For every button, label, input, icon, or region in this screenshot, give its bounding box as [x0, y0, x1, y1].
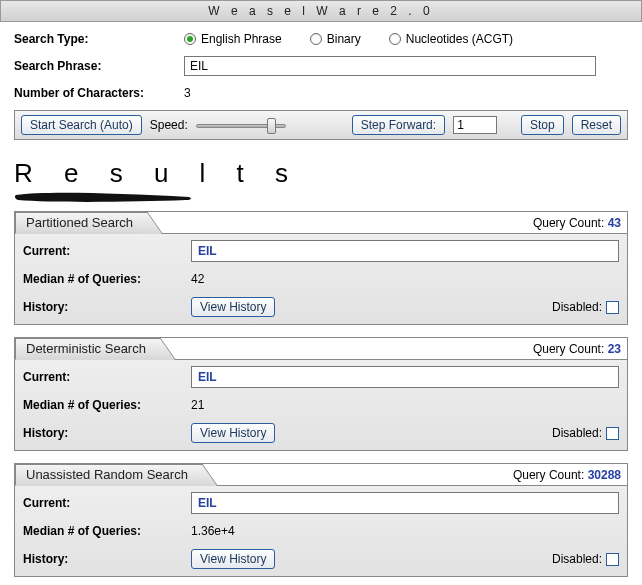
row-history: History:View HistoryDisabled: [23, 296, 619, 318]
row-current: Current:EIL [23, 492, 619, 514]
panels-container: Partitioned SearchQuery Count: 43Current… [14, 211, 628, 577]
radio-label: English Phrase [201, 32, 282, 46]
disabled-checkbox[interactable] [606, 553, 619, 566]
current-value: EIL [191, 366, 619, 388]
search-toolbar: Start Search (Auto) Speed: Step Forward:… [14, 110, 628, 140]
results-header: R e s u l t s [14, 158, 628, 203]
radio-icon [389, 33, 401, 45]
query-count: Query Count: 30288 [513, 468, 621, 482]
label-search-phrase: Search Phrase: [14, 59, 184, 73]
results-title: R e s u l t s [14, 158, 628, 189]
radio-english-phrase[interactable]: English Phrase [184, 32, 282, 46]
stop-button[interactable]: Stop [521, 115, 564, 135]
reset-button[interactable]: Reset [572, 115, 621, 135]
row-current: Current:EIL [23, 366, 619, 388]
disabled-checkbox[interactable] [606, 427, 619, 440]
current-value: EIL [191, 240, 619, 262]
row-history: History:View HistoryDisabled: [23, 422, 619, 444]
title-bar: W e a s e l W a r e 2 . 0 [0, 0, 642, 22]
step-forward-button[interactable]: Step Forward: [352, 115, 445, 135]
label-disabled: Disabled: [552, 426, 602, 440]
query-count: Query Count: 43 [533, 216, 621, 230]
panel-body: Current:EILMedian # of Queries:21History… [15, 360, 627, 450]
label-disabled: Disabled: [552, 552, 602, 566]
row-search-type: Search Type: English Phrase Binary Nucle… [14, 32, 628, 46]
panel-partitioned-search: Partitioned SearchQuery Count: 43Current… [14, 211, 628, 325]
row-median: Median # of Queries:1.36e+4 [23, 520, 619, 542]
disabled-toggle: Disabled: [552, 300, 619, 314]
speed-slider[interactable] [196, 117, 286, 133]
num-chars-value: 3 [184, 86, 191, 100]
radio-label: Nucleotides (ACGT) [406, 32, 513, 46]
label-current: Current: [23, 370, 191, 384]
slider-thumb-icon[interactable] [267, 118, 276, 134]
row-current: Current:EIL [23, 240, 619, 262]
panel-deterministic-search: Deterministic SearchQuery Count: 23Curre… [14, 337, 628, 451]
label-median: Median # of Queries: [23, 398, 191, 412]
radio-binary[interactable]: Binary [310, 32, 361, 46]
view-history-button[interactable]: View History [191, 549, 275, 569]
label-current: Current: [23, 244, 191, 258]
panel-title: Deterministic Search [26, 341, 146, 356]
panel-tab-row: Deterministic SearchQuery Count: 23 [15, 338, 627, 360]
label-search-type: Search Type: [14, 32, 184, 46]
label-history: History: [23, 300, 191, 314]
label-num-chars: Number of Characters: [14, 86, 184, 100]
query-count: Query Count: 23 [533, 342, 621, 356]
disabled-checkbox[interactable] [606, 301, 619, 314]
current-value: EIL [191, 492, 619, 514]
row-median: Median # of Queries:21 [23, 394, 619, 416]
panel-tab-row: Partitioned SearchQuery Count: 43 [15, 212, 627, 234]
row-search-phrase: Search Phrase: [14, 56, 628, 76]
start-search-button[interactable]: Start Search (Auto) [21, 115, 142, 135]
panel-body: Current:EILMedian # of Queries:1.36e+4Hi… [15, 486, 627, 576]
speed-label: Speed: [150, 118, 188, 132]
panel-title: Unassisted Random Search [26, 467, 188, 482]
view-history-button[interactable]: View History [191, 297, 275, 317]
panel-title: Partitioned Search [26, 215, 133, 230]
panel-tab-row: Unassisted Random SearchQuery Count: 302… [15, 464, 627, 486]
radio-group-search-type: English Phrase Binary Nucleotides (ACGT) [184, 32, 513, 46]
label-disabled: Disabled: [552, 300, 602, 314]
label-current: Current: [23, 496, 191, 510]
label-median: Median # of Queries: [23, 524, 191, 538]
radio-icon [310, 33, 322, 45]
search-phrase-input[interactable] [184, 56, 596, 76]
radio-icon [184, 33, 196, 45]
step-value-input[interactable] [453, 116, 497, 134]
median-value: 21 [191, 398, 204, 412]
panel-tab: Unassisted Random Search [15, 464, 199, 486]
brush-stroke-icon [14, 191, 194, 203]
row-median: Median # of Queries:42 [23, 268, 619, 290]
disabled-toggle: Disabled: [552, 426, 619, 440]
row-history: History:View HistoryDisabled: [23, 548, 619, 570]
median-value: 1.36e+4 [191, 524, 235, 538]
panel-tab: Partitioned Search [15, 212, 144, 234]
radio-nucleotides[interactable]: Nucleotides (ACGT) [389, 32, 513, 46]
panel-unassisted-random-search: Unassisted Random SearchQuery Count: 302… [14, 463, 628, 577]
row-num-chars: Number of Characters: 3 [14, 86, 628, 100]
disabled-toggle: Disabled: [552, 552, 619, 566]
label-history: History: [23, 552, 191, 566]
label-median: Median # of Queries: [23, 272, 191, 286]
radio-label: Binary [327, 32, 361, 46]
median-value: 42 [191, 272, 204, 286]
panel-tab: Deterministic Search [15, 338, 157, 360]
view-history-button[interactable]: View History [191, 423, 275, 443]
app-title: W e a s e l W a r e 2 . 0 [208, 4, 433, 18]
label-history: History: [23, 426, 191, 440]
panel-body: Current:EILMedian # of Queries:42History… [15, 234, 627, 324]
